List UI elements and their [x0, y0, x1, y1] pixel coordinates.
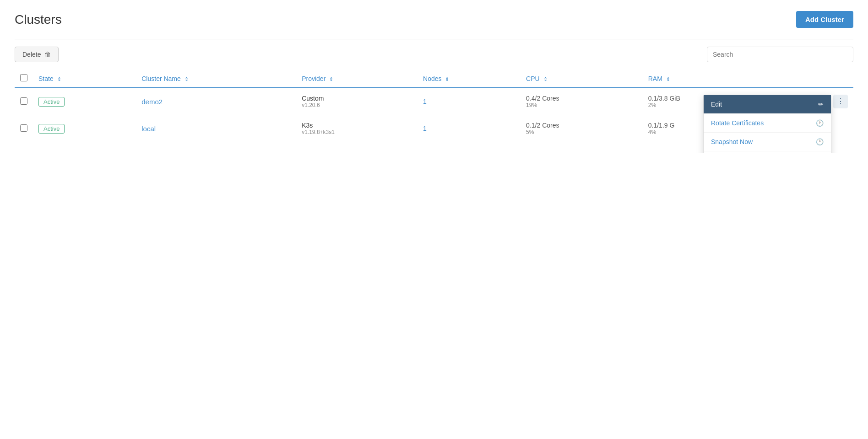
delete-button[interactable]: Delete 🗑: [15, 47, 59, 62]
row2-state: Active: [33, 115, 136, 142]
rotate-certs-icon: 🕐: [816, 119, 824, 127]
sort-nodes-icon: ⇕: [445, 76, 449, 82]
row1-nodes-link[interactable]: 1: [423, 98, 427, 105]
row2-checkbox[interactable]: [20, 124, 27, 132]
table-row: Active demo2 Custom v1.20.6 1 0.4/2 Core…: [15, 88, 853, 115]
clusters-table-container: State ⇕ Cluster Name ⇕ Provider ⇕ Nodes …: [15, 70, 853, 142]
menu-item-edit-label: Edit: [711, 101, 818, 108]
row2-cpu-sub: 5%: [526, 129, 637, 135]
col-header-nodes-label: Nodes: [423, 75, 441, 82]
row1-state: Active: [33, 88, 136, 115]
col-header-provider[interactable]: Provider ⇕: [296, 70, 418, 88]
col-header-cluster-name[interactable]: Cluster Name ⇕: [136, 70, 296, 88]
toolbar: Delete 🗑: [15, 47, 853, 62]
menu-item-restore-snapshot[interactable]: Restore Snapshot 🕐: [704, 151, 831, 153]
menu-item-edit[interactable]: Edit ✏: [704, 95, 831, 114]
add-cluster-button[interactable]: Add Cluster: [796, 11, 853, 28]
delete-label: Delete: [22, 51, 41, 58]
snapshot-now-icon: 🕐: [816, 138, 824, 145]
sort-provider-icon: ⇕: [329, 76, 333, 82]
sort-cluster-name-icon: ⇕: [184, 76, 189, 82]
sort-state-icon: ⇕: [57, 76, 61, 82]
row1-cluster-name-link[interactable]: demo2: [141, 98, 163, 106]
row1-actions-group: Explorer ⋮ Edit ✏: [767, 95, 848, 108]
sort-cpu-icon: ⇕: [543, 76, 548, 82]
row1-kebab-button[interactable]: ⋮: [833, 95, 848, 108]
row2-cluster-name: local: [136, 115, 296, 142]
row1-provider-sub: v1.20.6: [302, 102, 412, 108]
row1-dropdown-menu: Edit ✏ Rotate Certificates 🕐 Snapshot No…: [703, 95, 831, 153]
col-header-state-label: State: [38, 75, 54, 82]
header-divider: [15, 39, 853, 39]
row1-state-badge: Active: [38, 97, 65, 107]
row1-cpu-main: 0.4/2 Cores: [526, 95, 637, 102]
col-header-provider-label: Provider: [302, 75, 326, 82]
row1-provider-main: Custom: [302, 95, 412, 102]
menu-item-snapshot-now-label: Snapshot Now: [711, 138, 816, 145]
col-header-actions: [762, 70, 853, 88]
row1-cluster-name: demo2: [136, 88, 296, 115]
col-header-state[interactable]: State ⇕: [33, 70, 136, 88]
col-header-cpu-label: CPU: [526, 75, 540, 82]
row1-checkbox[interactable]: [20, 97, 27, 105]
row1-dropdown-container: ⋮ Edit ✏ Rotate Certificates: [833, 95, 848, 108]
clusters-table: State ⇕ Cluster Name ⇕ Provider ⇕ Nodes …: [15, 70, 853, 142]
row1-nodes: 1: [418, 88, 521, 115]
row2-checkbox-cell: [15, 115, 33, 142]
row2-nodes-link[interactable]: 1: [423, 125, 427, 132]
row2-nodes: 1: [418, 115, 521, 142]
trash-icon: 🗑: [44, 51, 51, 58]
search-input[interactable]: [707, 47, 853, 62]
col-header-cpu[interactable]: CPU ⇕: [521, 70, 643, 88]
row1-cpu-sub: 19%: [526, 102, 637, 108]
row2-provider-sub: v1.19.8+k3s1: [302, 129, 412, 135]
row2-cluster-name-link[interactable]: local: [141, 125, 156, 133]
row2-provider-main: K3s: [302, 122, 412, 129]
menu-item-snapshot-now[interactable]: Snapshot Now 🕐: [704, 133, 831, 151]
select-all-checkbox[interactable]: [20, 74, 27, 81]
col-header-ram-label: RAM: [648, 75, 662, 82]
edit-icon: ✏: [818, 101, 824, 108]
row1-checkbox-cell: [15, 88, 33, 115]
col-header-ram[interactable]: RAM ⇕: [643, 70, 762, 88]
row1-cpu: 0.4/2 Cores 19%: [521, 88, 643, 115]
row2-state-badge: Active: [38, 124, 65, 134]
row1-provider: Custom v1.20.6: [296, 88, 418, 115]
col-header-cluster-name-label: Cluster Name: [141, 75, 181, 82]
header-checkbox-cell: [15, 70, 33, 88]
menu-item-rotate-certs-label: Rotate Certificates: [711, 119, 816, 127]
row1-actions: Explorer ⋮ Edit ✏: [762, 88, 853, 115]
page-title: Clusters: [15, 12, 62, 27]
sort-ram-icon: ⇕: [666, 76, 670, 82]
row2-provider: K3s v1.19.8+k3s1: [296, 115, 418, 142]
menu-item-rotate-certs[interactable]: Rotate Certificates 🕐: [704, 114, 831, 133]
table-header-row: State ⇕ Cluster Name ⇕ Provider ⇕ Nodes …: [15, 70, 853, 88]
row2-cpu-main: 0.1/2 Cores: [526, 122, 637, 129]
col-header-nodes[interactable]: Nodes ⇕: [418, 70, 521, 88]
row2-cpu: 0.1/2 Cores 5%: [521, 115, 643, 142]
